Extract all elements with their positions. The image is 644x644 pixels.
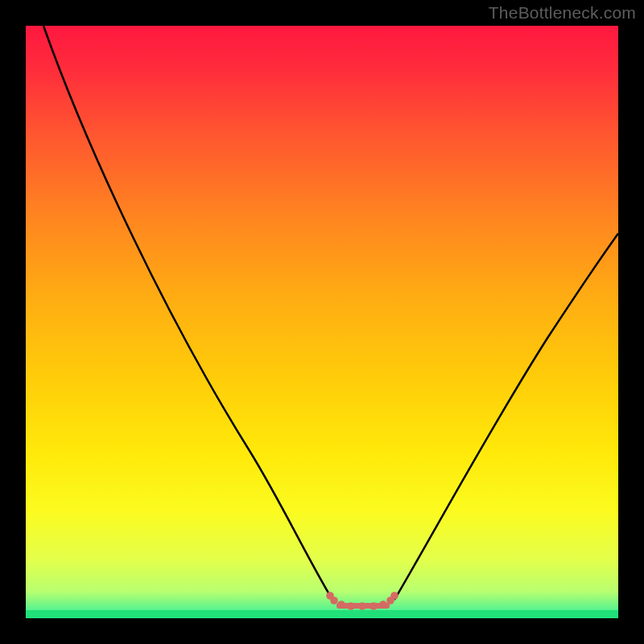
svg-point-9 bbox=[390, 592, 398, 600]
svg-rect-13 bbox=[0, 0, 26, 644]
svg-rect-10 bbox=[336, 603, 390, 609]
svg-point-2 bbox=[330, 597, 338, 605]
svg-rect-14 bbox=[618, 0, 644, 644]
svg-rect-12 bbox=[0, 618, 644, 644]
baseline-strip bbox=[26, 610, 618, 618]
svg-rect-0 bbox=[26, 610, 618, 618]
plot-background bbox=[26, 26, 618, 618]
bottleneck-chart bbox=[0, 0, 644, 644]
watermark: TheBottleneck.com bbox=[489, 3, 636, 23]
